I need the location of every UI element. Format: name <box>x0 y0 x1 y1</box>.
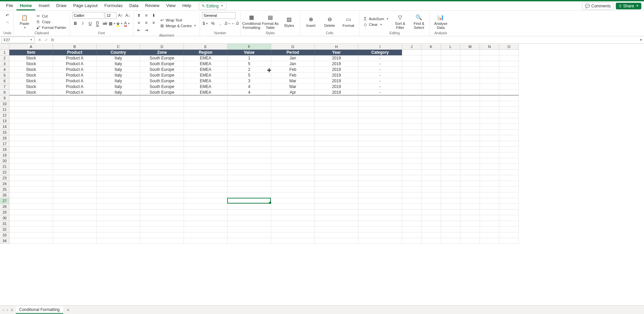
cell-D32[interactable] <box>140 227 184 232</box>
cell-C8[interactable]: Italy <box>97 90 140 95</box>
row-header-30[interactable]: 30 <box>0 215 9 221</box>
cell-M10[interactable] <box>460 101 480 107</box>
cell-K24[interactable] <box>422 181 441 187</box>
cell-G22[interactable] <box>271 170 315 175</box>
cell-H15[interactable] <box>315 130 358 135</box>
cell-F20[interactable] <box>228 158 271 164</box>
row-header-13[interactable]: 13 <box>0 118 9 124</box>
cell-E17[interactable] <box>184 141 228 147</box>
cell-O29[interactable] <box>499 210 519 215</box>
align-center-button[interactable]: ≡ <box>143 19 150 26</box>
cell-A12[interactable] <box>9 113 53 118</box>
cell-O13[interactable] <box>499 118 519 124</box>
paste-button[interactable]: 📋 Paste ▼ <box>16 12 33 31</box>
menu-tab-formulas[interactable]: Formulas <box>101 2 126 10</box>
cell-A2[interactable]: Stock <box>9 55 53 61</box>
cell-I20[interactable] <box>358 158 402 164</box>
editing-mode-button[interactable]: ✎ Editing ▼ <box>199 2 227 10</box>
cell-O21[interactable] <box>499 164 519 170</box>
cell-M1[interactable] <box>460 50 480 55</box>
cell-B9[interactable] <box>53 95 97 101</box>
cell-F34[interactable] <box>228 238 271 244</box>
row-header-22[interactable]: 22 <box>0 170 9 175</box>
decrease-font-button[interactable]: A↓ <box>125 12 131 19</box>
cell-H12[interactable] <box>315 113 358 118</box>
cell-G17[interactable] <box>271 141 315 147</box>
cell-D5[interactable]: South Europe <box>140 73 184 78</box>
cell-E25[interactable] <box>184 187 228 192</box>
cell-A7[interactable]: Stock <box>9 84 53 90</box>
cell-B21[interactable] <box>53 164 97 170</box>
cell-K10[interactable] <box>422 101 441 107</box>
cell-M15[interactable] <box>460 130 480 135</box>
cell-C13[interactable] <box>97 118 140 124</box>
cell-J20[interactable] <box>402 158 422 164</box>
cell-I31[interactable] <box>358 221 402 227</box>
cell-O15[interactable] <box>499 130 519 135</box>
cell-F29[interactable] <box>228 210 271 215</box>
decrease-indent-button[interactable]: ⇤ <box>136 27 142 34</box>
cell-K2[interactable] <box>422 55 441 61</box>
cell-C19[interactable] <box>97 152 140 158</box>
column-header-D[interactable]: D <box>140 44 184 50</box>
cell-K11[interactable] <box>422 107 441 113</box>
cell-E12[interactable] <box>184 113 228 118</box>
cell-G19[interactable] <box>271 152 315 158</box>
cell-N8[interactable] <box>480 90 499 95</box>
cell-J12[interactable] <box>402 113 422 118</box>
cell-G12[interactable] <box>271 113 315 118</box>
row-header-31[interactable]: 31 <box>0 221 9 227</box>
cell-N32[interactable] <box>480 227 499 232</box>
cell-N15[interactable] <box>480 130 499 135</box>
cancel-formula-button[interactable]: ✕ <box>36 38 43 42</box>
cell-A28[interactable] <box>9 204 53 210</box>
cell-F30[interactable] <box>228 215 271 221</box>
align-top-button[interactable]: ⬆ <box>136 12 142 19</box>
cell-J17[interactable] <box>402 141 422 147</box>
cell-A31[interactable] <box>9 221 53 227</box>
cell-E8[interactable]: EMEA <box>184 90 228 95</box>
cell-D23[interactable] <box>140 175 184 181</box>
cell-D4[interactable]: South Europe <box>140 67 184 73</box>
cell-A14[interactable] <box>9 124 53 130</box>
row-header-10[interactable]: 10 <box>0 101 9 107</box>
cell-L6[interactable] <box>441 78 460 84</box>
menu-tab-data[interactable]: Data <box>126 2 142 10</box>
fx-icon[interactable]: fx <box>50 38 55 42</box>
share-button[interactable]: ⇪ Share ▼ <box>616 3 641 9</box>
cell-F14[interactable] <box>228 124 271 130</box>
cell-F11[interactable] <box>228 107 271 113</box>
cell-E19[interactable] <box>184 152 228 158</box>
cell-D29[interactable] <box>140 210 184 215</box>
cell-J29[interactable] <box>402 210 422 215</box>
cell-C2[interactable]: Italy <box>97 55 140 61</box>
cell-B4[interactable]: Product A <box>53 67 97 73</box>
cell-E28[interactable] <box>184 204 228 210</box>
cell-O31[interactable] <box>499 221 519 227</box>
cell-E18[interactable] <box>184 147 228 152</box>
cell-G8[interactable]: Apr <box>271 90 315 95</box>
cell-F15[interactable] <box>228 130 271 135</box>
cell-J31[interactable] <box>402 221 422 227</box>
cell-D8[interactable]: South Europe <box>140 90 184 95</box>
cell-N12[interactable] <box>480 113 499 118</box>
cell-L34[interactable] <box>441 238 460 244</box>
cell-E22[interactable] <box>184 170 228 175</box>
comma-button[interactable]: , <box>217 20 224 27</box>
cell-C9[interactable] <box>97 95 140 101</box>
cell-E7[interactable]: EMEA <box>184 84 228 90</box>
cell-I15[interactable] <box>358 130 402 135</box>
cell-I22[interactable] <box>358 170 402 175</box>
cell-E5[interactable]: EMEA <box>184 73 228 78</box>
cell-M8[interactable] <box>460 90 480 95</box>
cell-F33[interactable] <box>228 232 271 238</box>
all-sheets-button[interactable]: ≡ <box>11 308 13 312</box>
column-header-H[interactable]: H <box>315 44 358 50</box>
cell-E4[interactable]: EMEA <box>184 67 228 73</box>
cell-D20[interactable] <box>140 158 184 164</box>
cell-C17[interactable] <box>97 141 140 147</box>
cell-G29[interactable] <box>271 210 315 215</box>
column-header-B[interactable]: B <box>53 44 97 50</box>
cell-H13[interactable] <box>315 118 358 124</box>
cell-D16[interactable] <box>140 135 184 141</box>
